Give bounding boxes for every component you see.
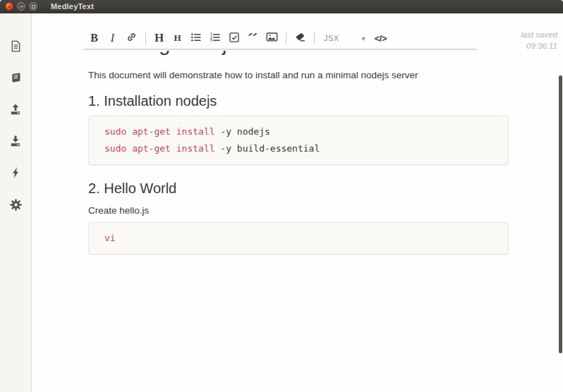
toolbar-separator xyxy=(286,32,286,44)
sidebar-item-settings[interactable] xyxy=(8,197,23,212)
section-heading: 1. Installation nodejs xyxy=(88,92,509,110)
last-saved-time: 09:36:11 xyxy=(526,42,557,50)
language-value: JSX xyxy=(324,34,339,42)
link-button[interactable] xyxy=(126,31,138,45)
language-dropdown[interactable]: JSX ▾ xyxy=(324,34,365,42)
ordered-list-button[interactable]: 1 2 3 xyxy=(210,31,221,45)
titlebar: MedleyText xyxy=(0,0,563,13)
code-line: vi xyxy=(104,230,492,247)
sidebar-item-download[interactable] xyxy=(8,134,23,148)
heading-large-button[interactable]: H xyxy=(154,31,164,45)
image-button[interactable] xyxy=(266,31,278,45)
formatting-toolbar: B I H H xyxy=(89,30,387,46)
toolbar-separator xyxy=(314,32,315,44)
sidebar-item-notes[interactable] xyxy=(8,39,23,53)
sidebar-item-upload[interactable] xyxy=(8,102,23,116)
document-title-clipped: Installing nodejs xyxy=(88,51,509,57)
code-text: -y nodejs xyxy=(215,126,270,137)
list-ol-icon: 1 2 3 xyxy=(210,32,221,45)
checklist-icon xyxy=(229,32,240,45)
unordered-list-button[interactable] xyxy=(190,31,202,45)
intro-paragraph: This document will demonstrate how to in… xyxy=(88,69,509,82)
code-block[interactable]: sudo apt-get install -y nodejssudo apt-g… xyxy=(88,116,509,165)
code-block[interactable]: vi xyxy=(88,222,509,255)
book-icon xyxy=(10,72,22,84)
quote-icon: ” xyxy=(248,33,258,43)
blockquote-button[interactable]: ” xyxy=(248,31,258,45)
document-title: Installing nodejs xyxy=(88,51,509,57)
sidebar xyxy=(0,13,32,392)
code-keyword: sudo apt-get install xyxy=(104,126,215,137)
code-keyword: sudo apt-get install xyxy=(104,143,215,154)
sidebar-item-shortcuts[interactable] xyxy=(8,166,23,180)
gear-icon xyxy=(9,198,23,212)
bold-button[interactable]: B xyxy=(89,31,99,45)
eraser-button[interactable] xyxy=(294,31,306,45)
image-icon xyxy=(266,31,278,45)
italic-button[interactable]: I xyxy=(107,31,118,45)
svg-text:3: 3 xyxy=(210,37,212,42)
sidebar-item-notebooks[interactable] xyxy=(8,71,23,85)
lightning-icon xyxy=(10,166,21,179)
close-button[interactable] xyxy=(5,2,13,11)
code-keyword: vi xyxy=(104,233,116,243)
code-line: sudo apt-get install -y nodejs xyxy=(104,123,492,140)
document-editor[interactable]: Installing nodejs This document will dem… xyxy=(88,51,509,255)
app-window: MedleyText xyxy=(0,0,563,392)
scrollbar-thumb[interactable] xyxy=(559,75,562,353)
heading-small-button[interactable]: H xyxy=(172,31,183,45)
code-line: sudo apt-get install -y build-essential xyxy=(104,140,492,157)
link-icon xyxy=(126,31,138,45)
checklist-button[interactable] xyxy=(229,31,240,45)
window-title: MedleyText xyxy=(51,2,94,11)
maximize-button[interactable] xyxy=(29,2,37,11)
editor-area: B I H H xyxy=(32,13,563,392)
list-ul-icon xyxy=(190,32,202,45)
section-heading: 2. Hello World xyxy=(88,179,509,197)
chevron-down-icon: ▾ xyxy=(362,35,365,42)
maximize-icon xyxy=(32,5,35,8)
upload-icon xyxy=(9,103,22,116)
minimize-icon xyxy=(20,6,23,8)
minimize-button[interactable] xyxy=(17,2,25,11)
body-paragraph: Create hello.js xyxy=(88,204,509,217)
eraser-icon xyxy=(294,31,306,45)
last-saved-status: last saved 09:36:11 xyxy=(521,29,557,51)
last-saved-label: last saved xyxy=(521,30,557,39)
toolbar-separator xyxy=(145,32,146,44)
code-text: -y build-essential xyxy=(215,143,320,154)
code-view-button[interactable]: </> xyxy=(375,33,387,44)
download-icon xyxy=(9,135,22,147)
document-icon xyxy=(10,40,22,52)
toolbar-divider xyxy=(83,49,477,50)
